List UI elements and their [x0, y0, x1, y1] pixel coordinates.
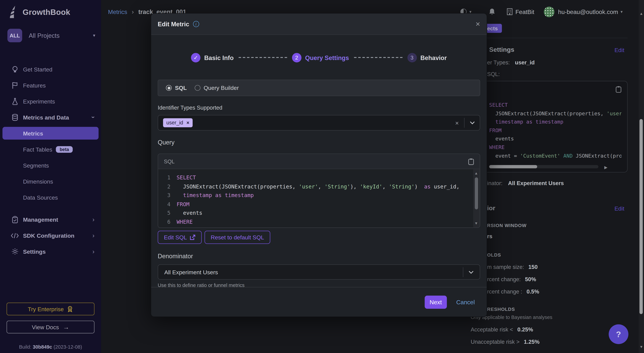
step-behavior[interactable]: 3Behavior [407, 53, 447, 62]
code-vertical-scrollbar[interactable]: ▲ ▼ [473, 169, 480, 228]
line-number: 6 [158, 218, 170, 226]
code-horizontal-scrollbar[interactable] [489, 165, 598, 168]
clipboard-icon [10, 216, 19, 223]
close-icon[interactable]: × [476, 20, 480, 28]
acceptable-risk-row: Acceptable risk < 0.25% [471, 326, 533, 333]
scroll-up-icon[interactable]: ▲ [640, 12, 643, 16]
identifier-types-multiselect[interactable]: user_id × × [158, 115, 480, 131]
scroll-down-icon[interactable]: ▼ [640, 345, 643, 349]
cancel-button[interactable]: Cancel [456, 299, 475, 305]
chevron-down-icon[interactable] [463, 270, 474, 274]
sidebar-item-metrics[interactable]: Metrics [2, 127, 99, 140]
sidebar-item-features[interactable]: Features [0, 77, 101, 93]
project-badge: ALL [8, 29, 22, 42]
sidebar-item-metrics-and-data[interactable]: Metrics and Data› [0, 109, 101, 125]
step-basic-info[interactable]: ✓Basic Info [191, 53, 234, 62]
scrollbar-thumb[interactable] [475, 177, 478, 209]
try-enterprise-button[interactable]: Try Enterprise [6, 302, 94, 316]
sidebar-item-experiments[interactable]: Experiments [0, 93, 101, 109]
sidebar-item-sdk-configuration[interactable]: SDK Configuration› [0, 228, 101, 244]
chip-remove-icon[interactable]: × [186, 120, 189, 126]
max-change-row: rcent change: 50% [487, 276, 536, 283]
denominator-label: Denominator [158, 252, 480, 260]
max-change-value: 50% [525, 276, 536, 282]
org-switcher[interactable]: FeatBit [507, 8, 534, 15]
avatar[interactable] [544, 6, 554, 17]
sidebar-item-settings[interactable]: Settings› [0, 244, 101, 260]
edit-sql-button[interactable]: Edit SQL [158, 231, 202, 244]
clear-all-icon[interactable]: × [455, 119, 464, 126]
denominator-dropdown[interactable]: All Experiment Users [158, 264, 480, 280]
scroll-right-icon[interactable]: ▶ [604, 165, 608, 170]
sql-radio-label[interactable]: SQL [175, 85, 187, 91]
sidebar-item-get-started[interactable]: Get Started [0, 61, 101, 77]
org-label: FeatBit [515, 8, 534, 15]
sql-code[interactable]: 1SELECT2 JSONExtract(JSONExtract(propert… [158, 169, 473, 228]
sidebar-item-label: Fact Tables [23, 146, 52, 152]
step-query-settings[interactable]: 2Query Settings [292, 53, 349, 62]
breadcrumb-separator-icon: › [132, 8, 134, 15]
code-line: 4FROM [158, 200, 473, 208]
sidebar-item-data-sources[interactable]: Data Sources [0, 189, 101, 205]
step-label: Basic Info [204, 54, 234, 61]
sidebar-item-label: Dimensions [23, 178, 53, 184]
sql-editor-header-label: SQL [164, 158, 174, 164]
sidebar-item-dimensions[interactable]: Dimensions [0, 173, 101, 189]
sql-radio[interactable] [166, 85, 172, 91]
breadcrumb-metrics-link[interactable]: Metrics [108, 8, 127, 15]
database-icon [10, 114, 19, 121]
page-scrollbar[interactable]: ▲ ▼ [638, 0, 644, 353]
growthbook-logo[interactable]: GrowthBook [0, 0, 101, 20]
check-icon: ✓ [191, 53, 200, 62]
code-line: timestamp as timestamp [489, 118, 622, 126]
code-line: event = 'CustomEvent' AND JSONExtract(pr… [489, 152, 622, 160]
line-number: 4 [158, 200, 170, 208]
sidebar-item-label: Metrics [23, 130, 43, 136]
code-line: FROM [489, 126, 622, 135]
modal-footer: Next Cancel [151, 287, 487, 316]
view-docs-button[interactable]: View Docs → [6, 321, 94, 334]
copy-icon[interactable] [468, 158, 474, 165]
next-button[interactable]: Next [424, 295, 447, 308]
build-label: Build: [19, 344, 31, 350]
user-caret-down-icon[interactable]: ▾ [620, 10, 622, 14]
denominator-selected-value: All Experiment Users [164, 269, 218, 275]
sidebar-item-segments[interactable]: Segments [0, 157, 101, 173]
line-number: 3 [158, 191, 170, 200]
code-line: 2 JSONExtract(JSONExtract(properties, 'u… [158, 182, 473, 191]
scrollbar-thumb[interactable] [489, 165, 537, 168]
code-icon [10, 233, 19, 238]
sidebar-item-fact-tables[interactable]: Fact Tablesbeta [0, 141, 101, 157]
project-selector[interactable]: ALL All Projects ▾ [8, 29, 95, 42]
user-email[interactable]: hu-beau@outlook.com [558, 8, 618, 15]
copy-icon[interactable] [616, 86, 622, 93]
identifier-types-value: user_id [515, 60, 535, 66]
reset-sql-button[interactable]: Reset to default SQL [204, 231, 270, 244]
notifications-bell-icon[interactable] [489, 8, 495, 15]
scroll-up-icon[interactable]: ▲ [474, 171, 478, 175]
app-root: GrowthBook ALL All Projects ▾ Get Starte… [0, 0, 644, 353]
sidebar-item-label: Get Started [23, 66, 52, 72]
query-builder-radio[interactable] [194, 85, 200, 91]
metric-sql-code-block: SELECT JSONExtract(JSONExtract(propertie… [471, 81, 628, 172]
min-change-value: 0.5% [526, 288, 539, 295]
gear-icon [10, 248, 19, 255]
scroll-down-icon[interactable]: ▼ [474, 221, 478, 226]
max-change-label: rcent change: [487, 276, 521, 282]
query-builder-radio-label[interactable]: Query Builder [204, 85, 239, 91]
sql-editor-panel: SQL 1SELECT2 JSONExtract(JSONExtract(pro… [158, 154, 480, 228]
logo-text: GrowthBook [22, 8, 70, 17]
edit-behavior-link[interactable]: Edit [614, 205, 624, 212]
chevron-right-icon: › [92, 216, 94, 223]
query-settings-heading: Settings [489, 46, 514, 54]
page-scrollbar-thumb[interactable] [640, 119, 643, 314]
modal-body: ✓Basic Info2Query Settings3Behavior SQL … [151, 47, 487, 288]
help-button[interactable]: ? [609, 324, 628, 344]
info-icon[interactable]: i [193, 21, 199, 27]
chevron-down-icon[interactable] [464, 121, 475, 124]
edit-query-settings-link[interactable]: Edit [614, 47, 624, 54]
metric-settings-panel: ojects Settings Edit er Types: user_id S… [471, 24, 636, 353]
sidebar-item-label: Segments [23, 162, 49, 168]
sidebar-item-management[interactable]: Management› [0, 212, 101, 228]
panel-divider [471, 38, 628, 38]
